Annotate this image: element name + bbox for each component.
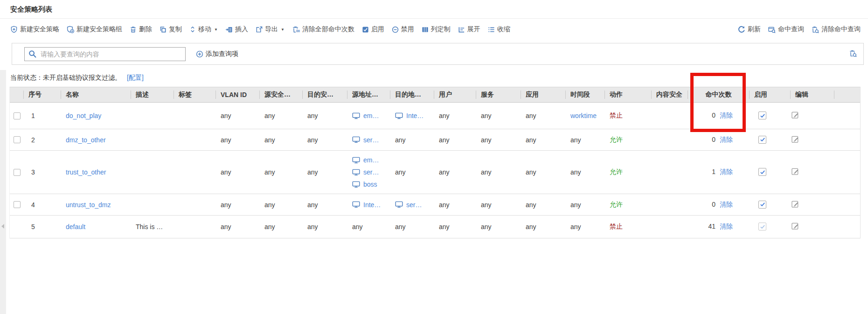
dst-addr-cell: Inte…	[390, 106, 434, 125]
toolbar-right: 刷新命中查询清除命中查询	[738, 25, 863, 34]
edit-cell	[791, 222, 834, 231]
edit-button[interactable]	[792, 111, 799, 119]
service-cell: any	[476, 168, 521, 176]
row-checkbox[interactable]	[14, 201, 21, 208]
service-cell: any	[476, 136, 521, 144]
row-checkbox[interactable]	[14, 169, 21, 176]
user-cell: any	[434, 112, 476, 119]
enable-checkbox[interactable]	[758, 112, 766, 119]
clear-hits-link[interactable]: 清除	[720, 136, 733, 143]
policy-row: 2dmz_to_otheranyanyanyser…anyanyanyanyan…	[10, 129, 860, 151]
address-object-link[interactable]: ser…	[406, 199, 422, 211]
address-object-link[interactable]: boss	[363, 178, 377, 190]
hit-count-value: 0	[712, 112, 715, 119]
toolbar-button-label: 命中查询	[778, 25, 804, 34]
edit-button[interactable]	[792, 135, 799, 143]
address-object-link[interactable]: em…	[363, 154, 379, 166]
host-monitor-icon	[395, 112, 403, 119]
policy-name-link[interactable]: dmz_to_other	[66, 136, 106, 144]
toolbar-button-refresh[interactable]: 刷新	[738, 25, 761, 34]
trash-icon	[130, 26, 137, 33]
toolbar-button-insert[interactable]: 插入	[225, 25, 248, 34]
address-object-link[interactable]: ser…	[363, 166, 379, 178]
time-cell: any	[566, 136, 605, 144]
service-cell: any	[476, 201, 521, 209]
copy-icon	[160, 26, 167, 33]
panel-collapse-strip[interactable]	[0, 70, 6, 314]
collapse-chevron-icon	[1, 224, 4, 229]
toolbar-button-enable[interactable]: 启用	[362, 25, 384, 34]
dst-addr-cell: ser…	[390, 195, 434, 214]
toolbar-button-clear-hit-query[interactable]: 清除命中查询	[812, 25, 861, 34]
toolbar-button-clear-all-hits[interactable]: 00清除全部命中次数	[292, 25, 354, 34]
edit-button[interactable]	[792, 167, 799, 175]
toolbar-button-label: 导出	[265, 25, 278, 34]
row-checkbox[interactable]	[14, 112, 21, 119]
config-link[interactable]: [配置]	[127, 74, 144, 81]
clear-hits-link[interactable]: 清除	[720, 223, 733, 230]
address-object: ser…	[395, 199, 434, 211]
hit-count-cell: 41清除	[688, 223, 750, 231]
address-object-link[interactable]: ser…	[363, 134, 379, 146]
toolbar-button-export[interactable]: 导出▼	[256, 25, 285, 34]
enable-checkbox[interactable]	[758, 168, 766, 176]
edit-cell	[791, 167, 834, 177]
toolbar-button-collapse[interactable]: 收缩	[488, 25, 510, 34]
clear-hits-link[interactable]: 清除	[720, 112, 733, 119]
toolbar-left: 新建安全策略新建安全策略组删除复制移动▼插入导出▼00清除全部命中次数启用禁用列…	[10, 25, 513, 34]
address-object-link[interactable]: Inte…	[406, 110, 424, 122]
toolbar-button-column-custom[interactable]: 列定制	[422, 25, 451, 34]
address-object-link[interactable]: em…	[363, 110, 379, 122]
svg-text:00: 00	[296, 29, 300, 33]
hit-count-cell: 0清除	[688, 112, 750, 120]
toolbar-button-move[interactable]: 移动▼	[189, 25, 218, 34]
policy-name-link[interactable]: default	[66, 223, 85, 230]
name-cell: do_not_play	[61, 112, 131, 119]
address-object-link[interactable]: Inte…	[363, 199, 381, 211]
service-cell: any	[476, 223, 521, 230]
add-query-button[interactable]: 添加查询项	[196, 50, 238, 58]
dst-addr-cell: any	[390, 168, 434, 176]
toolbar-button-new-policy-group[interactable]: 新建安全策略组	[67, 25, 122, 34]
toolbar-button-disable[interactable]: 禁用	[392, 25, 414, 34]
seq-cell: 3	[24, 168, 61, 176]
time-range-link[interactable]: worktime	[570, 112, 597, 119]
dst-addr-cell: any	[390, 136, 434, 144]
enable-cell	[750, 136, 791, 144]
table-body: 1do_not_playanyanyanyem…Inte…anyanyanywo…	[10, 103, 860, 238]
policy-name-link[interactable]: trust_to_other	[66, 168, 106, 176]
status-text: 当前状态：未开启基础协议报文过滤。	[10, 74, 121, 81]
enable-checkbox[interactable]	[758, 201, 766, 209]
column-header-dst-addr: 目的地…	[390, 91, 434, 99]
search-input[interactable]	[40, 50, 181, 58]
columns-icon	[422, 26, 429, 33]
column-header-src-addr: 源地址…	[347, 91, 390, 99]
hit-count-cell: 0清除	[688, 201, 750, 209]
policy-row: 3trust_to_otheranyanyanyem…ser…bossanyan…	[10, 151, 860, 194]
column-header-user: 用户	[434, 91, 476, 99]
clear-hits-link[interactable]: 清除	[720, 168, 733, 175]
table-header: 序号名称描述标签VLAN ID源安全…目的安…源地址…目的地…用户服务应用时间段…	[10, 87, 860, 103]
toolbar-button-copy[interactable]: 复制	[160, 25, 182, 34]
policy-name-link[interactable]: do_not_play	[66, 112, 101, 119]
toolbar-button-label: 列定制	[431, 25, 451, 34]
circle-minus-icon	[392, 26, 399, 33]
toolbar-button-hit-query[interactable]: 命中查询	[768, 25, 804, 34]
toolbar-button-new-policy[interactable]: 新建安全策略	[10, 25, 59, 34]
host-monitor-icon	[352, 112, 360, 119]
app-cell: any	[521, 201, 566, 209]
app-cell: any	[521, 136, 566, 144]
toolbar-button-delete[interactable]: 删除	[130, 25, 152, 34]
edit-button[interactable]	[792, 200, 799, 208]
clear-query-icon[interactable]	[849, 50, 857, 57]
dropdown-caret-icon: ▼	[281, 28, 285, 32]
toolbar-button-label: 新建安全策略组	[76, 25, 122, 34]
edit-button[interactable]	[792, 222, 799, 230]
enable-checkbox[interactable]	[758, 136, 766, 144]
clear-hits-link[interactable]: 清除	[720, 201, 733, 208]
policy-name-link[interactable]: untrust_to_dmz	[66, 201, 111, 209]
row-checkbox[interactable]	[14, 136, 21, 143]
toolbar-button-expand[interactable]: 展开	[458, 25, 480, 34]
column-header-hit-count: 命中次数	[688, 91, 750, 99]
column-header-edit: 编辑	[791, 91, 834, 99]
